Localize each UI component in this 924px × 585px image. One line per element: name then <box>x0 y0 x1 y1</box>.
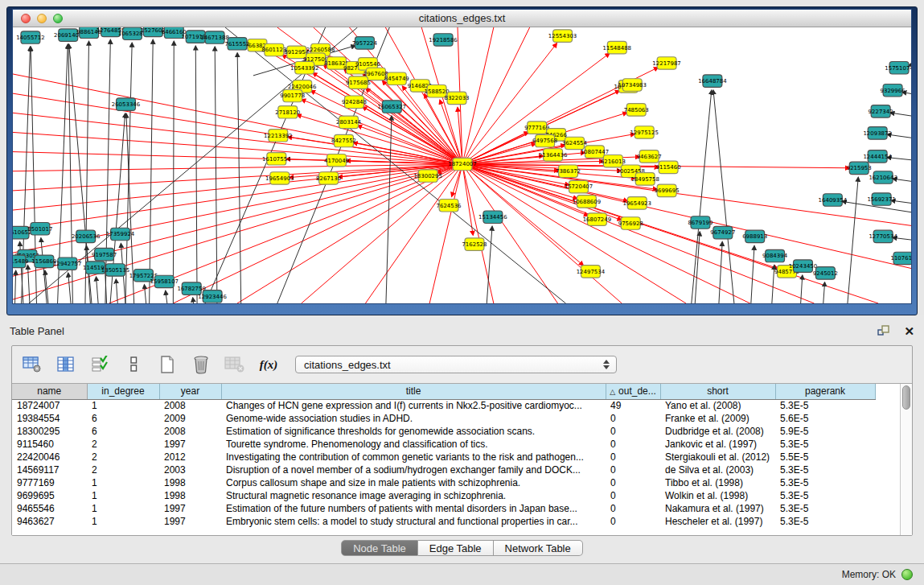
network-node[interactable]: 8454749 <box>384 72 409 84</box>
network-node[interactable]: 7957224 <box>352 37 377 49</box>
network-node[interactable]: 21364436 <box>539 149 567 161</box>
network-node[interactable]: 18300295 <box>413 170 441 182</box>
network-node[interactable]: 12975125 <box>630 126 658 138</box>
network-node[interactable]: 19654923 <box>622 197 651 209</box>
network-node[interactable]: 16807249 <box>583 213 611 225</box>
select-rows-icon[interactable] <box>89 355 110 374</box>
network-node[interactable]: 16409354 <box>819 194 847 206</box>
function-builder-icon[interactable]: f(x) <box>258 355 279 374</box>
network-node[interactable]: 9242848 <box>342 96 367 108</box>
network-node[interactable]: 7162528 <box>462 238 487 250</box>
network-node[interactable]: 12770534 <box>869 230 897 242</box>
network-canvas[interactable]: 1872400776638228601123891295422260588912… <box>13 27 911 303</box>
network-node[interactable]: 8322033 <box>445 92 470 104</box>
table-scrollbar-thumb[interactable] <box>902 385 910 410</box>
delete-table-icon[interactable] <box>224 355 245 374</box>
table-row[interactable]: 1456911722003Disruption of a novel membe… <box>12 463 875 476</box>
network-node[interactable]: 12213392 <box>264 130 292 142</box>
network-view-window[interactable]: citations_edges.txt 18724007766382286011… <box>6 6 918 315</box>
table-row[interactable]: 969969511998Structural magnetic resonanc… <box>12 489 875 502</box>
network-node[interactable]: 16648784 <box>698 75 726 87</box>
column-header-short[interactable]: short <box>660 384 775 399</box>
network-node[interactable]: 15692371 <box>867 193 895 205</box>
network-node[interactable]: 8601123 <box>261 43 286 56</box>
network-node[interactable]: 26053346 <box>112 98 140 110</box>
network-node[interactable]: 16107554 <box>262 153 290 165</box>
table-options-icon[interactable] <box>22 355 43 374</box>
network-node[interactable]: 20206536 <box>72 230 100 242</box>
network-node[interactable]: 2803144 <box>336 116 361 128</box>
network-node[interactable]: 7615552 <box>224 38 249 50</box>
table-row[interactable]: 1872400712008Changes of HCN gene express… <box>12 399 875 412</box>
network-node[interactable]: 9329966 <box>881 84 906 97</box>
column-header-name[interactable]: name <box>12 384 87 399</box>
table-row[interactable]: 1938455462009Genome-wide association stu… <box>12 412 875 425</box>
tab-node-table[interactable]: Node Table <box>341 540 418 556</box>
column-header-in-degree[interactable]: in_degree <box>87 384 159 399</box>
column-header-out-de-[interactable]: △out_de... <box>606 384 660 399</box>
table-row[interactable]: 946554611997Estimation of the future num… <box>12 502 875 515</box>
network-node[interactable]: 6497568 <box>532 134 557 146</box>
table-row[interactable]: 911546021997Tourette syndrome. Phenomeno… <box>12 438 875 451</box>
table-mode-icon[interactable] <box>123 355 144 374</box>
network-node[interactable]: 6988913 <box>742 230 767 242</box>
network-node[interactable]: 9197587 <box>92 248 117 260</box>
network-node[interactable]: 9674927 <box>710 226 735 238</box>
network-node[interactable]: 13505135 <box>101 264 129 276</box>
network-node[interactable]: 9699695 <box>655 184 680 196</box>
network-node[interactable]: 15720407 <box>565 180 593 192</box>
network-node[interactable]: 9756928 <box>618 217 643 229</box>
network-node[interactable]: 1107610 <box>891 252 911 264</box>
show-columns-icon[interactable] <box>55 355 76 374</box>
network-node[interactable]: 12923446 <box>198 290 226 303</box>
network-node[interactable]: 9175685 <box>346 76 371 89</box>
network-window-titlebar[interactable]: citations_edges.txt <box>13 10 911 27</box>
network-node[interactable]: 17359924 <box>106 228 134 240</box>
column-header-pagerank[interactable]: pagerank <box>775 384 875 399</box>
network-node[interactable]: 8501017 <box>27 223 52 235</box>
network-node[interactable]: 16065327 <box>378 101 406 113</box>
column-header-title[interactable]: title <box>221 384 606 399</box>
table-row[interactable]: 2242004622012Investigating the contribut… <box>12 451 875 463</box>
network-node[interactable]: 19734983 <box>618 79 647 91</box>
network-node[interactable]: 9245012 <box>813 267 838 279</box>
network-node[interactable]: 18495758 <box>630 173 659 185</box>
network-node[interactable]: 8427552 <box>331 134 356 146</box>
network-node[interactable]: 18724007 <box>448 158 476 170</box>
network-node[interactable]: 10688609 <box>573 196 601 208</box>
network-node[interactable]: 9463627 <box>637 150 662 163</box>
network-node[interactable]: 12554303 <box>548 30 577 42</box>
table-row[interactable]: 946362711997Embryonic stem cells: a mode… <box>12 515 875 528</box>
network-node[interactable]: 9084394 <box>762 249 787 262</box>
network-node[interactable]: 8679199 <box>688 216 713 229</box>
table-row[interactable]: 1830029562008Estimation of significance … <box>12 425 875 438</box>
delete-columns-icon[interactable] <box>191 355 211 374</box>
network-node[interactable]: 9215953 <box>847 162 872 174</box>
float-panel-icon[interactable] <box>873 321 894 340</box>
network-node[interactable]: 7485063 <box>624 104 649 116</box>
network-node[interactable]: 14055712 <box>16 31 44 43</box>
network-node[interactable]: 9115460 <box>656 161 681 173</box>
network-node[interactable]: 19218586 <box>429 34 457 46</box>
create-column-icon[interactable] <box>157 355 178 374</box>
column-header-year[interactable]: year <box>159 384 221 399</box>
network-node[interactable]: 4170049 <box>324 154 349 166</box>
network-node[interactable]: 7624536 <box>437 200 462 212</box>
table-selector-dropdown[interactable]: citations_edges.txt <box>295 356 617 373</box>
network-node[interactable]: 12093872 <box>863 127 891 139</box>
table-row[interactable]: 977716911998Corpus callosum shape and si… <box>12 476 875 489</box>
network-node[interactable]: 8267130 <box>316 172 341 184</box>
network-node[interactable]: 12217987 <box>652 57 680 69</box>
network-node[interactable]: 19654903 <box>265 172 294 184</box>
network-node[interactable]: 9227342 <box>869 105 893 117</box>
network-node[interactable]: 12444154 <box>863 150 891 163</box>
network-node[interactable]: 7386372 <box>556 165 581 177</box>
network-node[interactable]: 16210643 <box>869 171 897 183</box>
tab-network-table[interactable]: Network Table <box>494 540 583 556</box>
close-panel-icon[interactable]: ✕ <box>904 325 914 337</box>
network-node[interactable]: 11548488 <box>603 41 631 53</box>
network-node[interactable]: 10543392 <box>290 62 318 74</box>
network-node[interactable]: 15751074 <box>885 62 911 74</box>
network-node[interactable]: 12942757 <box>53 257 81 270</box>
network-node[interactable]: 3624554 <box>562 137 587 149</box>
